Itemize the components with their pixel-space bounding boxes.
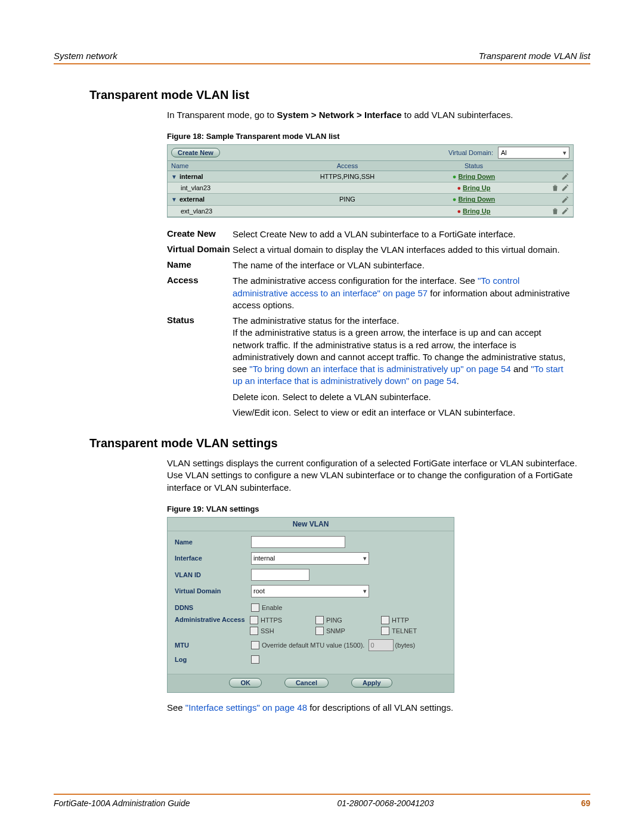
cancel-button[interactable]: Cancel: [284, 678, 329, 688]
checkbox-icon: [381, 627, 389, 635]
checkbox-icon: [250, 616, 258, 624]
trash-icon: [551, 207, 559, 215]
def-term-virtual-domain: Virtual Domain: [167, 244, 233, 256]
see-pre: See: [167, 702, 185, 713]
select-interface[interactable]: internal ▾: [251, 552, 369, 565]
edit-button[interactable]: [561, 184, 569, 192]
edit-icon: [561, 172, 569, 181]
figure19-panel: New VLAN Name Interface internal ▾ VLAN …: [167, 517, 454, 693]
footer-left: FortiGate-100A Administration Guide: [54, 798, 190, 808]
cell-name: ▼external: [168, 194, 277, 205]
interface-name[interactable]: int_vlan23: [181, 184, 210, 191]
checkbox-access-https[interactable]: HTTPS: [250, 616, 315, 624]
virtual-domain-select[interactable]: Al ▾: [498, 147, 569, 159]
expand-triangle-icon[interactable]: ▼: [171, 196, 177, 203]
def-edit-icon: View/Edit icon. Select to view or edit a…: [233, 407, 572, 419]
def-desc-create-new: Select Create New to add a VLAN subinter…: [233, 228, 572, 240]
intro-vlan-list: In Transparent mode, go to System > Netw…: [167, 109, 590, 121]
select-virtual-domain[interactable]: root ▾: [251, 585, 369, 597]
cell-status: ● Bring Up: [417, 182, 530, 194]
link-interface-settings[interactable]: "Interface settings" on page 48: [185, 702, 307, 713]
status-mid: and: [511, 364, 531, 374]
input-name[interactable]: [251, 536, 345, 548]
def-desc-name: The name of the interface or VLAN subint…: [233, 259, 572, 271]
create-new-button[interactable]: Create New: [171, 148, 220, 157]
label-admin-access: Administrative Access: [175, 616, 250, 623]
label-log: Log: [175, 656, 251, 663]
cell-status: ● Bring Down: [417, 171, 530, 182]
checkbox-icon: [381, 616, 389, 624]
access-option-label: TELNET: [392, 627, 417, 634]
status-toggle-link[interactable]: Bring Down: [458, 196, 495, 203]
heading-vlan-list: Transparent mode VLAN list: [89, 88, 590, 102]
checkbox-access-telnet[interactable]: TELNET: [381, 627, 447, 635]
cell-actions: [530, 171, 573, 182]
checkbox-mtu-override[interactable]: Override default MTU value (1500).: [251, 641, 364, 649]
label-virtual-domain: Virtual Domain: [175, 587, 251, 594]
expand-triangle-icon[interactable]: ▼: [171, 174, 177, 180]
checkbox-icon: [251, 603, 259, 612]
checkbox-icon: [250, 627, 258, 635]
edit-button[interactable]: [561, 196, 569, 204]
heading-vlan-settings: Transparent mode VLAN settings: [89, 436, 590, 450]
delete-button[interactable]: [551, 207, 559, 215]
def-desc-status: The administrative status for the interf…: [233, 315, 572, 388]
definitions: Create New Select Create New to add a VL…: [167, 228, 572, 419]
input-vlan-id[interactable]: [251, 569, 309, 581]
status-arrow-icon: ●: [453, 196, 457, 203]
checkbox-access-ping[interactable]: PING: [315, 616, 381, 624]
checkbox-access-ssh[interactable]: SSH: [250, 627, 315, 635]
table-row: int_vlan23● Bring Up: [168, 182, 573, 194]
status-toggle-link[interactable]: Bring Down: [458, 173, 495, 180]
select-interface-value: internal: [253, 555, 275, 562]
checkbox-access-http[interactable]: HTTP: [381, 616, 447, 624]
ddns-enable-label: Enable: [262, 604, 282, 611]
status-toggle-link[interactable]: Bring Up: [463, 184, 490, 191]
access-pre: The administrative access configuration …: [233, 275, 478, 286]
def-term-create-new: Create New: [167, 228, 233, 240]
virtual-domain-label: Virtual Domain:: [448, 149, 493, 156]
figure18-panel: Create New Virtual Domain: Al ▾ NameAcce…: [167, 144, 574, 217]
cell-actions: [530, 194, 573, 205]
cell-access: [277, 182, 417, 194]
access-option-label: PING: [326, 617, 342, 624]
def-desc-virtual-domain: Select a virtual domain to display the V…: [233, 244, 572, 256]
edit-icon: [561, 184, 569, 192]
status-arrow-icon: ●: [457, 208, 461, 215]
page-number: 69: [581, 798, 590, 808]
checkbox-ddns-enable[interactable]: Enable: [251, 603, 282, 612]
interface-name[interactable]: ext_vlan23: [181, 208, 212, 215]
running-header: System network Transparent mode VLAN lis…: [54, 51, 590, 64]
ok-button[interactable]: OK: [229, 678, 262, 688]
header-right: Transparent mode VLAN list: [479, 51, 590, 61]
cell-actions: [530, 182, 573, 194]
fig18-toolbar: Create New Virtual Domain: Al ▾: [168, 145, 573, 161]
link-status-1[interactable]: "To bring down an interface that is admi…: [249, 364, 510, 374]
cell-name: ▼internal: [168, 171, 277, 182]
status-toggle-link[interactable]: Bring Up: [463, 208, 490, 215]
fig18-col-header: Access: [277, 161, 417, 171]
checkbox-access-snmp[interactable]: SNMP: [315, 627, 381, 635]
access-option-label: HTTPS: [261, 617, 282, 624]
edit-button[interactable]: [561, 172, 569, 181]
def-term-status: Status: [167, 315, 233, 388]
chevron-down-icon: ▾: [363, 587, 367, 595]
intro-pre: In Transparent mode, go to: [167, 110, 277, 120]
def-term-access: Access: [167, 275, 233, 311]
delete-button[interactable]: [551, 184, 559, 192]
checkbox-icon: [315, 627, 324, 635]
chevron-down-icon: ▾: [563, 149, 566, 157]
cell-name: int_vlan23: [168, 182, 277, 194]
def-delete-icon: Delete icon. Select to delete a VLAN sub…: [233, 391, 572, 403]
input-mtu-value[interactable]: 0: [369, 639, 394, 651]
cell-access: HTTPS,PING,SSH: [277, 171, 417, 182]
label-mtu: MTU: [175, 642, 251, 649]
interface-name[interactable]: internal: [179, 173, 203, 180]
apply-button[interactable]: Apply: [351, 678, 392, 688]
edit-icon: [561, 196, 569, 204]
status-arrow-icon: ●: [453, 173, 457, 180]
checkbox-log[interactable]: [251, 655, 259, 664]
edit-button[interactable]: [561, 207, 569, 215]
interface-name[interactable]: external: [179, 196, 205, 203]
def-desc-access: The administrative access configuration …: [233, 275, 572, 311]
